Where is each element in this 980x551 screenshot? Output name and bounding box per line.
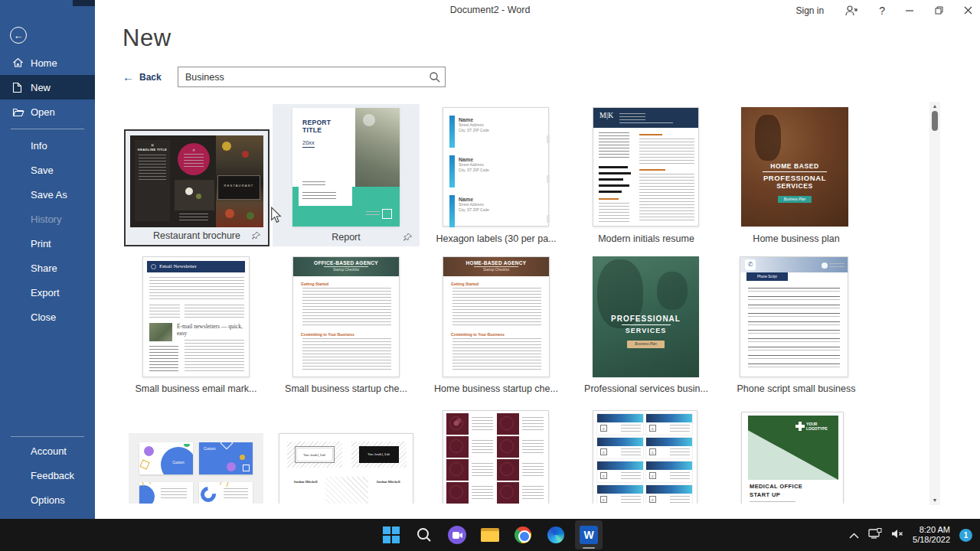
template-name: Phone script small business bbox=[723, 383, 870, 394]
taskbar-search-button[interactable] bbox=[410, 520, 438, 549]
template-name: Small business startup che... bbox=[273, 383, 420, 394]
clock-time: 8:20 AM bbox=[913, 525, 950, 535]
report-thumbnail: REPORT TITLE 20xx bbox=[292, 108, 400, 227]
sidebar-item-new[interactable]: New bbox=[0, 75, 95, 99]
meet-now-button[interactable] bbox=[443, 520, 471, 549]
back-button[interactable]: ← Back bbox=[122, 70, 162, 83]
sidebar-item-history: History bbox=[0, 207, 95, 231]
back-circle-button[interactable]: ← bbox=[10, 27, 27, 44]
clock-date: 5/18/2022 bbox=[913, 535, 950, 545]
template-name: Hexagon labels (30 per pa... bbox=[423, 233, 570, 244]
sidebar-item-feedback[interactable]: Feedback bbox=[0, 463, 95, 487]
template-tile-report[interactable]: REPORT TITLE 20xx Report bbox=[273, 104, 420, 246]
mouse-cursor bbox=[270, 207, 282, 227]
word-taskbar-button[interactable]: W bbox=[575, 520, 603, 549]
pin-icon[interactable] bbox=[403, 232, 413, 246]
sidebar-item-home[interactable]: Home bbox=[0, 51, 95, 75]
search-input[interactable] bbox=[178, 67, 425, 86]
template-tile-hexagon-labels[interactable]: Name Street Address City, ST ZIP Code Na… bbox=[443, 107, 549, 227]
template-tile-restaurant-brochure[interactable]: ✕ HEADLINE TITLE ✕ RESTAURANT Rest bbox=[124, 129, 270, 246]
network-display-icon[interactable] bbox=[868, 528, 882, 542]
file-explorer-button[interactable] bbox=[476, 520, 504, 549]
video-camera-icon bbox=[448, 526, 466, 544]
title-bar: Document2 - Word Sign in ? bbox=[0, 0, 980, 21]
template-tile-floral-cards[interactable] bbox=[443, 410, 549, 504]
gallery-scrollbar[interactable]: ▲ ▼ bbox=[929, 102, 940, 505]
template-tile-small-business-email[interactable]: Email Newsletter E-mail newsletters — qu… bbox=[142, 256, 250, 377]
template-tile-medical-office[interactable]: YOUR LOGOTYPE MEDICAL OFFICE START UP bbox=[741, 412, 844, 504]
tray-chevron-icon[interactable] bbox=[849, 528, 859, 542]
sidebar-item-open[interactable]: Open bbox=[0, 99, 95, 124]
taskbar-search-icon bbox=[416, 527, 433, 543]
new-document-icon bbox=[12, 81, 24, 93]
scroll-up-arrow[interactable]: ▲ bbox=[929, 102, 940, 111]
template-tile-blue-wave-cards[interactable]: ≡ ≡ ≡ ≡ ≡ ≡ ≡ ≡ bbox=[593, 410, 697, 504]
word-icon: W bbox=[580, 526, 598, 544]
template-name: Home business plan bbox=[723, 233, 870, 244]
template-name: Home business startup che... bbox=[423, 383, 570, 394]
template-tile-home-business-startup[interactable]: HOME-BASED AGENCY Startup Checklist Gett… bbox=[443, 256, 550, 377]
volume-muted-icon[interactable] bbox=[891, 528, 903, 542]
minimize-button[interactable] bbox=[906, 6, 914, 15]
tile-footer: Restaurant brochure bbox=[126, 227, 268, 245]
template-tile-modern-initials-resume[interactable]: M|K bbox=[593, 107, 699, 227]
notification-badge[interactable]: 1 bbox=[959, 529, 972, 542]
sidebar-item-share[interactable]: Share bbox=[0, 256, 95, 280]
template-tile-phone-script[interactable]: ✆ Phone Script bbox=[740, 256, 848, 377]
sidebar-item-print[interactable]: Print bbox=[0, 231, 95, 256]
sidebar-divider-bottom bbox=[11, 436, 84, 437]
template-tile-small-business-startup[interactable]: OFFICE-BASED AGENCY Startup Checklist Ge… bbox=[292, 256, 400, 377]
sidebar-item-info[interactable]: Info bbox=[0, 133, 95, 158]
scroll-down-arrow[interactable]: ▼ bbox=[929, 496, 940, 505]
open-folder-icon bbox=[12, 106, 24, 118]
template-tile-professional-services[interactable]: PROFESSIONAL SERVICES Business Plan bbox=[593, 256, 699, 377]
tile-footer: Report bbox=[273, 228, 420, 246]
template-tile-home-business-plan[interactable]: HOME BASED PROFESSIONAL SERVICES Busines… bbox=[741, 107, 848, 227]
back-arrow-icon: ← bbox=[122, 70, 134, 83]
scrollbar-thumb[interactable] bbox=[932, 111, 938, 131]
template-name: Small business email mark... bbox=[122, 383, 270, 394]
restaurant-sign: RESTAURANT bbox=[217, 175, 260, 200]
template-name: Professional services busin... bbox=[573, 383, 720, 394]
edge-icon bbox=[547, 527, 564, 543]
windows-logo-icon bbox=[383, 527, 400, 543]
template-gallery: ✕ HEADLINE TITLE ✕ RESTAURANT Rest bbox=[95, 92, 980, 504]
chrome-button[interactable] bbox=[509, 520, 537, 549]
start-button[interactable] bbox=[377, 520, 405, 549]
help-icon[interactable]: ? bbox=[879, 5, 885, 17]
template-name: Modern initials resume bbox=[573, 233, 720, 244]
window-title: Document2 - Word bbox=[450, 5, 531, 15]
sidebar-item-save[interactable]: Save bbox=[0, 158, 95, 182]
backstage-sidebar: ← Home New Open Info Save Save As Histor… bbox=[0, 0, 95, 519]
sidebar-item-account[interactable]: Account bbox=[0, 439, 95, 463]
pin-icon[interactable] bbox=[251, 230, 261, 244]
active-app-indicator bbox=[583, 547, 595, 549]
search-icon[interactable] bbox=[429, 71, 441, 86]
restore-button[interactable] bbox=[935, 6, 943, 15]
template-tile-custom-cards[interactable]: Custom Custom bbox=[129, 433, 263, 504]
page-title: New bbox=[122, 24, 172, 52]
folder-icon bbox=[481, 528, 499, 542]
template-name: Report bbox=[332, 232, 361, 243]
taskbar-clock[interactable]: 8:20 AM 5/18/2022 bbox=[913, 525, 950, 545]
template-search-box bbox=[178, 67, 446, 87]
sidebar-item-options[interactable]: Options bbox=[0, 487, 95, 512]
home-icon bbox=[12, 57, 24, 69]
edge-button[interactable] bbox=[542, 520, 570, 549]
template-tile-vanarsdel-cards[interactable]: Van Arsdel, Ltd. Van Arsdel, Ltd. Jordan… bbox=[279, 433, 413, 504]
chrome-icon bbox=[514, 527, 531, 543]
sign-in-link[interactable]: Sign in bbox=[796, 5, 825, 16]
template-name: Restaurant brochure bbox=[153, 230, 240, 241]
account-person-icon[interactable] bbox=[844, 5, 858, 16]
close-button[interactable] bbox=[964, 6, 972, 15]
sidebar-top-notch bbox=[73, 0, 95, 6]
sidebar-item-save-as[interactable]: Save As bbox=[0, 182, 95, 207]
sidebar-divider bbox=[11, 129, 84, 129]
windows-taskbar: W 8:20 AM 5/18/2022 1 bbox=[0, 519, 980, 551]
sidebar-item-export[interactable]: Export bbox=[0, 280, 95, 305]
restaurant-brochure-thumbnail: ✕ HEADLINE TITLE ✕ RESTAURANT bbox=[130, 135, 263, 227]
sidebar-item-close[interactable]: Close bbox=[0, 305, 95, 329]
